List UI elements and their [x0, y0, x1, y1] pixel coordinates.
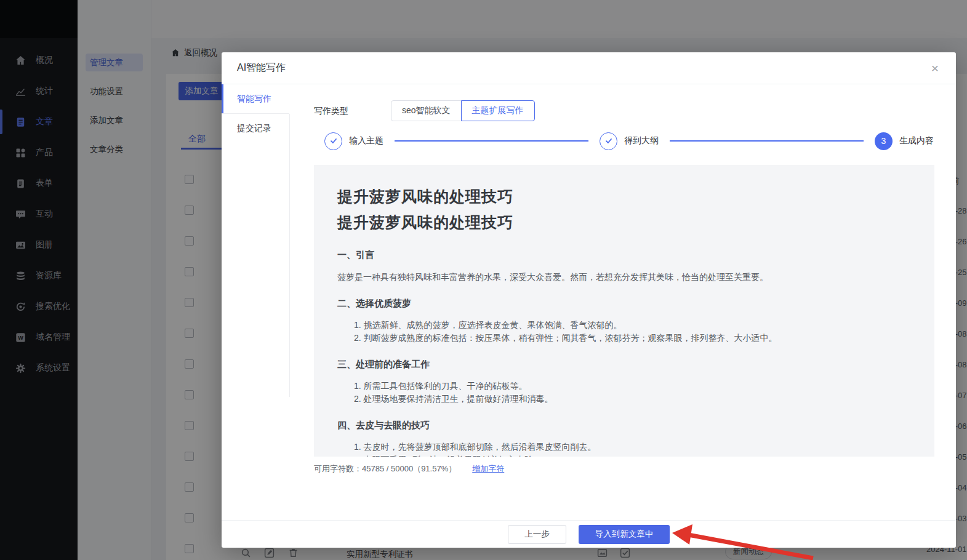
article-section-heading: 二、选择优质菠萝 [337, 298, 911, 310]
modal-tab-label: 智能写作 [237, 94, 271, 105]
step-connector [670, 140, 864, 142]
article-list-item: 2. 去眼可采用V型刀法，沿着果眼斜着切入去除。 [354, 454, 911, 457]
stepper: 输入主题得到大纲3生成内容 [324, 132, 934, 150]
write-type-topic-expansion[interactable]: 主题扩展写作 [461, 100, 535, 121]
step-circle-generate-content: 3 [875, 132, 893, 150]
article-list-item: 2. 判断菠萝成熟度的标准包括：按压果体，稍有弹性；闻其香气，浓郁芬芳；观察果眼… [354, 332, 911, 345]
close-icon[interactable]: × [926, 60, 944, 77]
modal-tab-smart-writing[interactable]: 智能写作 [222, 84, 289, 114]
article-title: 提升菠萝风味的处理技巧 [337, 209, 911, 235]
article-list-item: 2. 处理场地要保持清洁卫生，提前做好清理和消毒。 [354, 393, 911, 406]
write-type-seo-copywriting[interactable]: seo智能软文 [391, 100, 462, 121]
modal-header: AI智能写作 [222, 52, 956, 84]
write-type-label: 主题扩展写作 [472, 105, 524, 116]
step-connector [395, 140, 588, 142]
article-section-heading: 一、引言 [337, 249, 911, 261]
modal-footer: 上一步 导入到新文章中 [222, 520, 956, 548]
article-list-item: 1. 挑选新鲜、成熟的菠萝，应选择表皮金黄、果体饱满、香气浓郁的。 [354, 319, 911, 332]
modal-tab-submit-records[interactable]: 提交记录 [222, 114, 289, 143]
article-title: 提升菠萝风味的处理技巧 [337, 183, 911, 209]
screen: 概况统计文章产品表单互动图册资源库搜索优化W域名管理系统设置 管理文章功能设置添… [0, 0, 967, 560]
add-chars-link[interactable]: 增加字符 [472, 464, 504, 473]
ai-writing-modal: AI智能写作 × 智能写作提交记录 写作类型 seo智能软文主题扩展写作 输入主… [222, 52, 956, 548]
step-label-get-outline: 得到大纲 [624, 135, 659, 146]
modal-tab-label: 提交记录 [237, 123, 271, 134]
char-counter-value: 45785 / 50000（91.57%） [362, 464, 456, 473]
step-circle-get-outline [600, 132, 617, 150]
import-to-article-button[interactable]: 导入到新文章中 [579, 525, 670, 544]
step-label-generate-content: 生成内容 [899, 135, 934, 146]
article-paragraph: 菠萝是一种具有独特风味和丰富营养的水果，深受大众喜爱。然而，若想充分发挥其美味，… [337, 271, 911, 284]
article-list-item: 1. 所需工具包括锋利的刀具、干净的砧板等。 [354, 380, 911, 393]
write-type-label: seo智能软文 [402, 105, 451, 116]
step-label-input-topic: 输入主题 [349, 135, 383, 146]
char-counter: 可用字符数：45785 / 50000（91.57%）增加字符 [314, 463, 504, 474]
tab-column-divider [289, 114, 290, 397]
article-section-heading: 三、处理前的准备工作 [337, 359, 911, 370]
write-type-label: 写作类型 [314, 106, 348, 117]
char-counter-label: 可用字符数： [314, 464, 362, 473]
article-list: 1. 所需工具包括锋利的刀具、干净的砧板等。2. 处理场地要保持清洁卫生，提前做… [337, 380, 911, 406]
article-list: 1. 挑选新鲜、成熟的菠萝，应选择表皮金黄、果体饱满、香气浓郁的。2. 判断菠萝… [337, 319, 911, 345]
modal-tab-column: 智能写作提交记录 [222, 84, 289, 143]
write-type-group: seo智能软文主题扩展写作 [391, 100, 535, 121]
previous-step-button[interactable]: 上一步 [508, 525, 566, 544]
article-list: 1. 去皮时，先将菠萝顶部和底部切除，然后沿着果皮竖向削去。2. 去眼可采用V型… [337, 441, 911, 457]
step-circle-input-topic [324, 132, 342, 150]
article-list-item: 1. 去皮时，先将菠萝顶部和底部切除，然后沿着果皮竖向削去。 [354, 441, 911, 454]
generated-article-preview[interactable]: 提升菠萝风味的处理技巧提升菠萝风味的处理技巧一、引言菠萝是一种具有独特风味和丰富… [314, 165, 934, 457]
modal-title: AI智能写作 [237, 62, 286, 74]
article-section-heading: 四、去皮与去眼的技巧 [337, 420, 911, 431]
